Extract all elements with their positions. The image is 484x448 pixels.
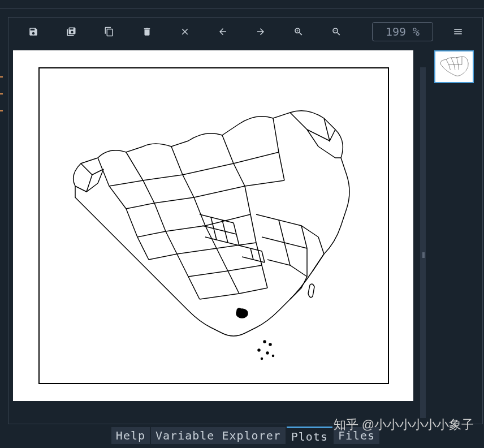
plot-thumbnail[interactable] <box>434 50 474 83</box>
next-button[interactable] <box>241 20 279 43</box>
remove-all-icon <box>180 27 190 37</box>
marker <box>0 110 3 111</box>
tab-variable-explorer[interactable]: Variable Explorer <box>151 427 286 444</box>
svg-point-1 <box>263 341 266 343</box>
copy-button[interactable] <box>90 20 128 43</box>
tab-plots[interactable]: Plots <box>287 427 332 445</box>
prev-button[interactable] <box>204 20 241 43</box>
svg-point-6 <box>261 358 263 360</box>
zoom-field-wrap <box>372 22 433 41</box>
save-button[interactable] <box>14 20 52 43</box>
left-markers <box>0 76 5 127</box>
thumbnail-map <box>435 51 473 82</box>
zoom-out-button[interactable] <box>317 20 355 43</box>
zoom-out-icon <box>331 27 342 37</box>
menu-button[interactable] <box>439 20 477 43</box>
plots-toolbar <box>8 18 482 46</box>
delete-icon <box>142 27 152 37</box>
save-all-button[interactable] <box>52 20 90 43</box>
svg-point-5 <box>273 355 274 357</box>
tab-help[interactable]: Help <box>111 427 150 444</box>
svg-point-4 <box>266 352 269 354</box>
save-all-icon <box>66 27 76 37</box>
zoom-input[interactable] <box>373 25 433 38</box>
left-gutter <box>0 8 5 448</box>
svg-point-7 <box>236 309 248 318</box>
tab-files[interactable]: Files <box>334 427 379 444</box>
arrow-left-icon <box>218 27 228 37</box>
plot-content <box>8 46 482 424</box>
thumbnail-panel <box>426 46 482 424</box>
delete-button[interactable] <box>128 20 166 43</box>
plots-panel <box>8 17 483 424</box>
marker <box>0 93 3 94</box>
plot-viewport <box>8 46 426 424</box>
vertical-scrollbar[interactable] <box>420 67 426 418</box>
title-bar <box>0 0 484 8</box>
plot-canvas[interactable] <box>13 50 413 401</box>
bottom-tabs: Help Variable Explorer Plots Files <box>8 428 483 443</box>
copy-icon <box>104 27 114 37</box>
hamburger-icon <box>453 27 463 37</box>
zoom-in-icon <box>293 27 304 37</box>
save-icon <box>28 27 38 37</box>
zoom-in-button[interactable] <box>279 20 317 43</box>
remove-all-button[interactable] <box>166 20 204 43</box>
splitter-handle[interactable] <box>422 252 425 258</box>
svg-point-3 <box>258 349 260 351</box>
arrow-right-icon <box>256 27 266 37</box>
marker <box>0 76 3 77</box>
china-map-plot <box>41 73 386 378</box>
svg-point-2 <box>269 343 271 346</box>
